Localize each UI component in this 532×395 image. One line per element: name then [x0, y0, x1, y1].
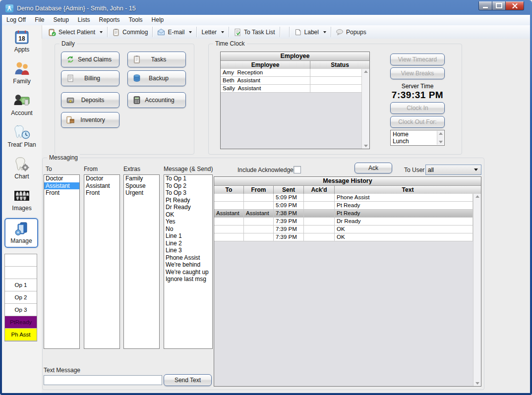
- letter-button[interactable]: Letter: [198, 26, 228, 38]
- list-item[interactable]: Assistant: [44, 182, 79, 190]
- menu-item-file[interactable]: File: [30, 15, 49, 25]
- list-item[interactable]: Spouse: [124, 182, 159, 190]
- clock-out-option[interactable]: Lunch: [391, 138, 436, 145]
- list-item[interactable]: Front: [44, 189, 79, 197]
- backup-button[interactable]: Backup: [127, 70, 186, 86]
- select-patient-button[interactable]: Select Patient: [45, 26, 106, 38]
- op-item-ptready[interactable]: PtReady: [5, 316, 37, 329]
- list-item[interactable]: We're caught up: [164, 269, 212, 276]
- history-row[interactable]: 7:39 PMOK: [214, 226, 473, 233]
- to-task-list-button[interactable]: To Task List: [230, 26, 278, 38]
- employee-row[interactable]: Amy Reception: [221, 69, 361, 77]
- email-button[interactable]: E-mail: [154, 26, 195, 38]
- list-item[interactable]: Doctor: [44, 175, 79, 182]
- column-header-to[interactable]: To: [214, 186, 244, 194]
- scroll-down-icon[interactable]: [364, 145, 368, 147]
- deposits-button[interactable]: Deposits: [61, 92, 119, 108]
- sidebar-item-appts[interactable]: 18 Appts: [2, 28, 42, 57]
- scroll-up-icon[interactable]: [364, 70, 368, 73]
- op-item-op-1[interactable]: Op 1: [5, 279, 37, 291]
- ack-button[interactable]: Ack: [355, 163, 392, 173]
- employee-scrollbar[interactable]: [361, 69, 369, 149]
- clock-out-option[interactable]: Home: [391, 131, 436, 138]
- menu-item-log-off[interactable]: Log Off: [2, 15, 30, 25]
- view-timecard-button[interactable]: View Timecard: [390, 54, 445, 65]
- sidebar-item-treat-plan[interactable]: Treat' Plan: [2, 123, 42, 153]
- history-row[interactable]: 7:39 PMOK: [214, 233, 473, 241]
- op-item-op-3[interactable]: Op 3: [5, 304, 37, 316]
- send-text-button[interactable]: Send Text: [164, 374, 212, 386]
- scroll-up-icon[interactable]: [439, 132, 443, 135]
- sidebar-item-account[interactable]: Account: [2, 91, 42, 121]
- column-header-text[interactable]: Text: [335, 186, 481, 194]
- from-listbox[interactable]: DoctorAssistantFront: [84, 174, 120, 349]
- message-listbox[interactable]: To Op 1To Op 2To Op 3Pt ReadyDr ReadyOKY…: [164, 174, 213, 349]
- scroll-up-icon[interactable]: [475, 195, 479, 198]
- chevron-down-icon[interactable]: [100, 31, 103, 33]
- op-item-op-2[interactable]: Op 2: [5, 291, 37, 304]
- list-item[interactable]: Pt Ready: [164, 197, 212, 204]
- clock-in-button[interactable]: Clock In: [390, 102, 445, 114]
- list-item[interactable]: To Op 3: [164, 189, 212, 197]
- list-item[interactable]: We're behind: [164, 261, 212, 269]
- maximize-button[interactable]: [492, 1, 506, 10]
- history-row[interactable]: AssistantAssistant7:38 PMPt Ready: [214, 210, 473, 218]
- list-item[interactable]: Urgent: [124, 189, 159, 197]
- op-item-empty[interactable]: [5, 267, 37, 279]
- commlog-button[interactable]: Commlog: [109, 26, 151, 38]
- label-button[interactable]: Label: [291, 26, 330, 38]
- column-header-employee[interactable]: Employee: [221, 61, 310, 69]
- employee-row[interactable]: Beth Assistant: [221, 77, 361, 85]
- to-user-select[interactable]: all: [425, 165, 481, 175]
- minimize-button[interactable]: [478, 1, 492, 10]
- column-header-from[interactable]: From: [244, 186, 274, 194]
- column-header-ackd[interactable]: Ack'd: [304, 186, 335, 194]
- to-listbox[interactable]: DoctorAssistantFront: [44, 174, 80, 349]
- extras-listbox[interactable]: FamilySpouseUrgent: [123, 174, 160, 349]
- list-item[interactable]: Line 1: [164, 232, 212, 240]
- list-item[interactable]: To Op 2: [164, 182, 212, 190]
- list-item[interactable]: Assistant: [84, 182, 119, 190]
- tasks-button[interactable]: Tasks: [127, 52, 186, 67]
- chevron-down-icon[interactable]: [323, 31, 326, 33]
- sidebar-item-chart[interactable]: Chart: [2, 155, 42, 184]
- column-header-status[interactable]: Status: [310, 61, 369, 69]
- list-item[interactable]: OK: [164, 211, 212, 219]
- list-item[interactable]: Family: [124, 175, 159, 182]
- list-item[interactable]: Front: [84, 189, 119, 197]
- chevron-down-icon[interactable]: [221, 31, 224, 33]
- menu-item-help[interactable]: Help: [147, 15, 169, 25]
- history-row[interactable]: 5:09 PMPt Ready: [214, 202, 473, 210]
- text-message-input[interactable]: [44, 375, 162, 385]
- list-item[interactable]: No: [164, 226, 212, 233]
- list-item[interactable]: Doctor: [84, 175, 119, 182]
- history-row[interactable]: 7:39 PMDr Ready: [214, 218, 473, 226]
- list-item[interactable]: Yes: [164, 218, 212, 226]
- popups-button[interactable]: Popups: [332, 26, 370, 38]
- history-row[interactable]: 5:09 PMPhone Assist: [214, 194, 473, 202]
- billing-button[interactable]: Billing: [61, 70, 119, 86]
- sidebar-item-images[interactable]: Images: [2, 186, 42, 216]
- send-claims-button[interactable]: Send Claims: [61, 52, 119, 67]
- list-item[interactable]: Dr Ready: [164, 204, 212, 211]
- list-item[interactable]: Line 3: [164, 247, 212, 254]
- chevron-down-icon[interactable]: [189, 31, 192, 33]
- inventory-button[interactable]: Inventory: [61, 112, 119, 128]
- list-item[interactable]: To Op 1: [164, 175, 212, 182]
- view-breaks-button[interactable]: View Breaks: [390, 67, 445, 79]
- accounting-button[interactable]: Accounting: [127, 92, 186, 108]
- list-item[interactable]: Line 2: [164, 240, 212, 247]
- list-item[interactable]: Phone Assist: [164, 254, 212, 262]
- sidebar-item-manage[interactable]: Manage: [4, 218, 38, 248]
- close-button[interactable]: [506, 1, 524, 10]
- scroll-down-icon[interactable]: [475, 382, 479, 385]
- employee-row[interactable]: Sally Assistant: [221, 85, 361, 93]
- scroll-down-icon[interactable]: [439, 141, 443, 143]
- title-bar[interactable]: Demo Database {Admin} - Smith, John - 15: [1, 1, 531, 15]
- menu-item-setup[interactable]: Setup: [49, 15, 73, 25]
- clock-out-for-button[interactable]: Clock Out For:: [390, 116, 445, 128]
- clock-out-spinner[interactable]: [437, 131, 444, 145]
- sidebar-item-family[interactable]: Family: [2, 59, 42, 89]
- column-header-sent[interactable]: Sent: [274, 186, 304, 194]
- list-item[interactable]: Ignore last msg: [164, 276, 212, 283]
